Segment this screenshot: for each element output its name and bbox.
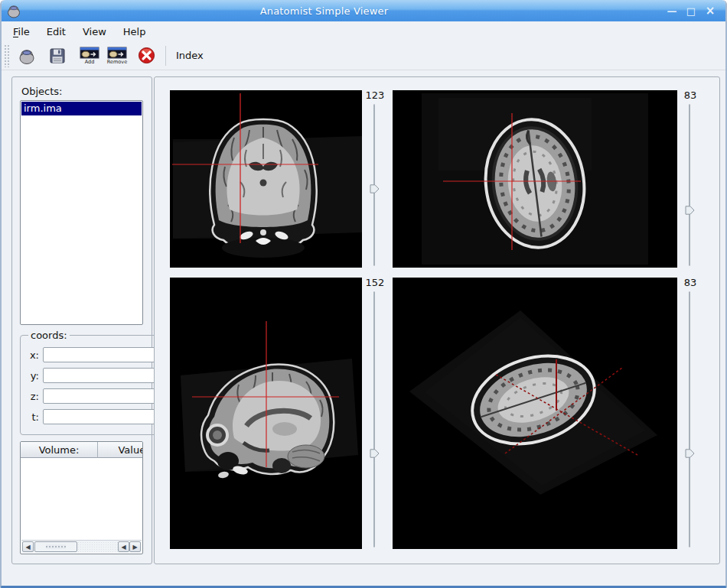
scrollbar-track[interactable] [77, 541, 118, 552]
coord-input-t[interactable] [43, 409, 169, 424]
views-panel: 123 [154, 76, 720, 564]
oblique-3d-view[interactable] [393, 278, 677, 549]
sagittal-slider-track[interactable] [370, 291, 380, 547]
close-object-button[interactable] [135, 43, 157, 69]
objects-label: Objects: [21, 86, 63, 97]
menu-edit[interactable]: Edit [38, 24, 74, 40]
coronal-slider: 123 [364, 90, 386, 268]
axial-slider-thumb[interactable] [685, 203, 695, 213]
scroll-back-icon: ◀ [121, 544, 126, 551]
coord-label-z: z: [24, 391, 39, 402]
coords-group: coords: x: y: z: t: [20, 330, 176, 435]
axial-slider: 83 [679, 90, 702, 268]
close-button[interactable]: × [704, 5, 716, 17]
oblique-brain-image [393, 278, 677, 549]
sagittal-slider-value: 152 [366, 278, 385, 288]
list-item-irm-ima[interactable]: irm.ima [21, 102, 142, 115]
coronal-slider-track[interactable] [370, 104, 380, 266]
anatomist-button[interactable] [16, 43, 37, 69]
coronal-brain-image [170, 90, 362, 268]
anatomist-app-icon [5, 2, 22, 19]
anatomist-icon [17, 46, 37, 66]
oblique-slider-track[interactable] [685, 291, 696, 547]
file-accel-underline [13, 37, 18, 37]
remove-button-label: Remove [107, 60, 127, 65]
index-label: Index [176, 50, 204, 61]
scroll-forward-icon: ▶ [132, 544, 137, 551]
window-title: Anatomist Simple Viewer [22, 5, 666, 17]
oblique-slider-thumb[interactable] [685, 447, 695, 456]
coronal-view[interactable] [170, 90, 362, 268]
oblique-slider: 83 [679, 278, 702, 549]
add-icon [80, 47, 99, 59]
scroll-forward-button[interactable]: ▶ [129, 541, 141, 552]
volume-table: Volume: Value: ◀ ◀ ▶ [20, 441, 143, 554]
sagittal-slider-groove [373, 291, 375, 547]
oblique-slider-value: 83 [684, 278, 697, 288]
application-window: Anatomist Simple Viewer — □ × File Edit … [0, 0, 727, 588]
delete-cross-icon [138, 47, 155, 64]
sidebar-panel: Objects: irm.ima coords: x: y: z: t: [11, 76, 152, 564]
axial-slider-value: 83 [684, 90, 697, 101]
horizontal-scrollbar[interactable]: ◀ ◀ ▶ [21, 540, 142, 553]
remove-button[interactable]: Remove [106, 43, 128, 69]
toolbar-drag-handle[interactable] [4, 44, 9, 67]
sagittal-slider: 152 [364, 278, 386, 549]
axial-brain-image [393, 90, 677, 268]
scroll-left-icon: ◀ [25, 544, 30, 551]
maximize-button[interactable]: □ [685, 5, 697, 17]
titlebar[interactable]: Anatomist Simple Viewer — □ × [2, 0, 725, 21]
window-controls: — □ × [666, 5, 716, 17]
coord-label-y: y: [24, 370, 39, 382]
coronal-slider-value: 123 [366, 90, 385, 101]
objects-list[interactable]: irm.ima [20, 100, 143, 325]
scrollbar-thumb[interactable] [34, 541, 77, 552]
save-icon [49, 47, 66, 64]
oblique-slider-groove [689, 291, 690, 547]
table-header-row: Volume: Value: [21, 442, 142, 458]
toolbar: Add Remove Index [2, 41, 725, 70]
scroll-left-button[interactable]: ◀ [22, 541, 34, 552]
toolbar-separator [165, 46, 166, 66]
add-button-label: Add [85, 60, 95, 65]
scroll-back-button[interactable]: ◀ [118, 541, 129, 552]
axial-view[interactable] [393, 90, 677, 268]
menu-file-label: File [13, 26, 30, 37]
menubar: File Edit View Help [2, 21, 725, 41]
coord-label-x: x: [24, 349, 39, 361]
table-body [21, 458, 142, 527]
coord-input-z[interactable] [43, 388, 169, 404]
remove-icon [107, 47, 127, 59]
coord-label-t: t: [24, 411, 39, 423]
table-header-volume[interactable]: Volume: [21, 442, 98, 458]
menu-help[interactable]: Help [115, 24, 155, 40]
axial-slider-track[interactable] [685, 104, 696, 266]
coronal-slider-thumb[interactable] [370, 182, 380, 191]
coord-input-y[interactable] [43, 368, 169, 383]
axial-slider-groove [689, 104, 690, 266]
menu-file[interactable]: File [5, 24, 38, 40]
menu-view[interactable]: View [74, 24, 115, 40]
minimize-button[interactable]: — [666, 5, 678, 17]
coord-input-x[interactable] [43, 347, 169, 362]
sagittal-view[interactable] [170, 278, 362, 549]
save-button[interactable] [47, 43, 68, 69]
sagittal-slider-thumb[interactable] [370, 447, 380, 456]
add-button[interactable]: Add [79, 43, 100, 69]
sagittal-brain-image [170, 278, 362, 549]
table-header-value[interactable]: Value: [98, 442, 143, 458]
coords-legend: coords: [28, 330, 70, 341]
